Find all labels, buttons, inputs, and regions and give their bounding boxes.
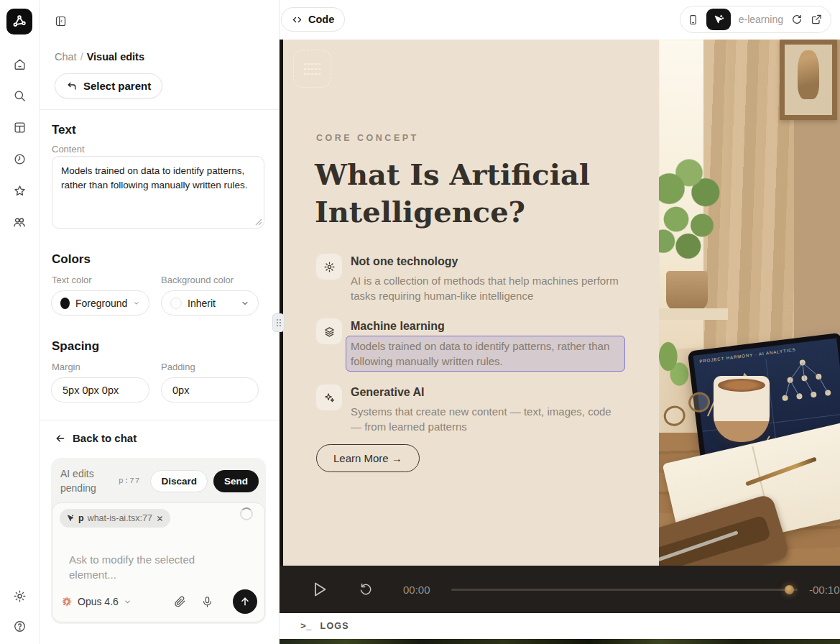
chat-composer[interactable]: p what-is-ai.tsx:77 Ask to modify the se… <box>52 502 265 622</box>
workspace: Code e-learning CORE CONCEPT What Is Art… <box>280 0 840 644</box>
chevron-down-icon <box>133 299 140 308</box>
photo-plant-pot <box>666 271 708 311</box>
feature-item[interactable]: Generative AI Systems that create new co… <box>316 385 632 434</box>
seek-bar[interactable] <box>451 589 798 591</box>
feature-item[interactable]: Not one technology AI is a collection of… <box>316 254 632 303</box>
refresh-icon[interactable] <box>791 14 803 25</box>
select-mode-button[interactable] <box>706 9 731 30</box>
help-icon[interactable] <box>11 618 27 634</box>
photo-sliver <box>280 639 840 644</box>
feature-item[interactable]: Machine learning Models trained on data … <box>316 318 632 369</box>
preview-canvas: CORE CONCEPT What Is Artificial Intellig… <box>283 40 659 566</box>
text-color-value: Foreground <box>75 298 127 309</box>
audio-player: 00:00 -00:10 <box>280 566 840 613</box>
attachment-icon[interactable] <box>171 593 188 610</box>
favorites-icon[interactable] <box>11 183 27 198</box>
edit-target-ref: p:77 <box>119 477 140 485</box>
app-logo[interactable] <box>6 9 32 34</box>
divider <box>40 420 280 420</box>
select-parent-button[interactable]: Select parent <box>55 73 162 98</box>
photo-leaves <box>659 341 691 392</box>
background-color-value: Inherit <box>188 298 216 309</box>
chip-element-tag: p <box>78 513 84 523</box>
ai-edits-status: AI edits pending <box>60 466 103 495</box>
background-color-select[interactable]: Inherit <box>161 290 259 316</box>
composer-toolbar: Opus 4.6 <box>61 589 257 614</box>
send-edits-button[interactable]: Send <box>213 470 259 492</box>
visual-edits-panel: Chat/Visual edits Select parent Text Con… <box>40 0 280 644</box>
hamburger-menu-icon[interactable] <box>293 50 331 88</box>
learn-more-button[interactable]: Learn More → <box>316 444 420 472</box>
breadcrumb-chat[interactable]: Chat <box>55 51 77 63</box>
mobile-device-icon[interactable] <box>688 14 698 26</box>
colors-section-title: Colors <box>52 252 91 267</box>
breadcrumb-current: Visual edits <box>87 51 144 63</box>
feature-list: Not one technology AI is a collection of… <box>316 254 632 449</box>
margin-label: Margin <box>52 362 80 372</box>
history-icon[interactable] <box>11 151 27 167</box>
composer-placeholder[interactable]: Ask to modify the selected element... <box>69 552 213 582</box>
claude-icon <box>61 596 73 607</box>
code-icon <box>292 14 303 25</box>
text-section-title: Text <box>52 123 76 137</box>
chip-file-ref: what-is-ai.tsx:77 <box>88 513 152 523</box>
community-icon[interactable] <box>11 214 27 230</box>
feature-description[interactable]: Systems that create new content — text, … <box>351 404 622 434</box>
home-icon[interactable] <box>11 56 27 72</box>
margin-input[interactable] <box>51 377 149 402</box>
feature-description[interactable]: AI is a collection of methods that help … <box>351 273 622 303</box>
loading-spinner <box>240 507 253 520</box>
padding-label: Padding <box>161 362 195 372</box>
submit-message-button[interactable] <box>233 589 257 614</box>
chip-close-icon[interactable] <box>156 515 164 523</box>
restart-button[interactable] <box>359 581 373 597</box>
panel-resize-handle[interactable] <box>272 313 285 332</box>
feature-title[interactable]: Not one technology <box>351 255 622 268</box>
photo-picture-frame <box>780 40 837 120</box>
corner-up-left-icon <box>66 80 78 92</box>
sparkles-icon <box>316 385 342 410</box>
logs-toggle[interactable]: >_ LOGS <box>280 613 840 639</box>
discard-button[interactable]: Discard <box>150 470 208 492</box>
arrow-left-icon <box>55 433 66 444</box>
microphone-icon[interactable] <box>198 593 216 610</box>
selected-element-chip[interactable]: p what-is-ai.tsx:77 <box>60 509 170 528</box>
feature-title[interactable]: Machine learning <box>351 320 620 333</box>
hero-photo: PROJECT HARMONY · AI ANALYTICS <box>659 40 840 566</box>
project-name: e-learning <box>739 14 783 25</box>
back-to-chat-button[interactable]: Back to chat <box>55 432 137 444</box>
select-parent-label: Select parent <box>83 80 151 92</box>
seek-knob[interactable] <box>785 585 794 594</box>
live-preview: CORE CONCEPT What Is Artificial Intellig… <box>280 40 840 566</box>
projects-icon[interactable] <box>11 119 27 135</box>
photo-coffee-cup <box>714 376 770 442</box>
settings-icon[interactable] <box>11 588 27 604</box>
collapse-panel-icon[interactable] <box>55 15 67 27</box>
breadcrumb-separator: / <box>80 51 83 63</box>
logs-label: LOGS <box>320 621 349 631</box>
breadcrumb: Chat/Visual edits <box>55 51 144 63</box>
photo-plant <box>659 158 737 280</box>
content-textarea[interactable]: Models trained on data to identify patte… <box>52 156 264 229</box>
search-icon[interactable] <box>11 88 27 104</box>
hero-heading[interactable]: What Is Artificial Intelligence? <box>315 156 645 231</box>
icon-rail <box>0 0 40 644</box>
play-button[interactable] <box>313 581 327 597</box>
cog-icon <box>316 254 342 280</box>
chevron-down-icon <box>241 299 249 308</box>
elapsed-time: 00:00 <box>403 584 430 596</box>
feature-description-selected[interactable]: Models trained on data to identify patte… <box>346 336 625 372</box>
text-color-select[interactable]: Foreground <box>51 290 149 316</box>
eyebrow-label[interactable]: CORE CONCEPT <box>316 133 419 143</box>
padding-input[interactable] <box>161 377 259 402</box>
preview-controls: e-learning <box>680 6 831 33</box>
open-external-icon[interactable] <box>811 14 822 25</box>
background-color-label: Background color <box>161 275 234 285</box>
feature-title[interactable]: Generative AI <box>351 386 622 399</box>
logo-icon <box>11 14 27 29</box>
code-button[interactable]: Code <box>281 7 345 32</box>
code-button-label: Code <box>308 14 334 25</box>
layers-icon <box>316 318 342 344</box>
model-selector[interactable]: Opus 4.6 <box>61 596 131 607</box>
text-color-label: Text color <box>52 275 92 285</box>
